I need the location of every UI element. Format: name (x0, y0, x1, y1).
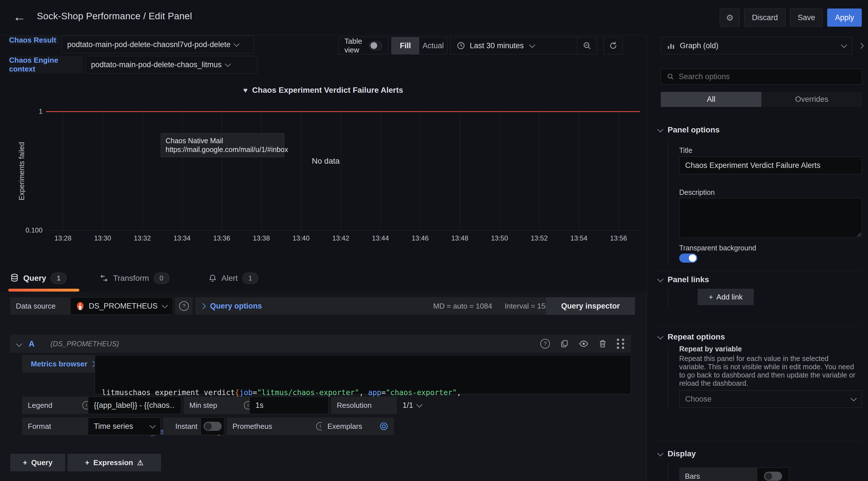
tab-transform-label: Transform (113, 274, 149, 283)
x-tick-label: 13:38 (242, 234, 281, 242)
save-button[interactable]: Save (790, 8, 823, 27)
drag-handle-icon[interactable] (617, 339, 624, 349)
eye-icon[interactable] (579, 339, 588, 348)
tab-transform[interactable]: Transform 0 (99, 273, 185, 284)
tab-alert[interactable]: Alert 1 (208, 273, 271, 284)
repeat-options-heading: Repeat options (668, 332, 725, 341)
legend-format-input[interactable] (88, 396, 181, 414)
resolution-select[interactable]: 1/1 (397, 396, 434, 414)
panel-header[interactable]: ♥ Chaos Experiment Verdict Failure Alert… (0, 86, 646, 95)
copy-icon[interactable] (560, 339, 569, 348)
x-gridline (341, 112, 341, 230)
transparent-background-toggle[interactable] (679, 253, 698, 263)
resize-grip-icon[interactable] (857, 232, 861, 237)
query-type-label: Prometheus (232, 422, 272, 431)
prometheus-icon (76, 302, 84, 310)
options-search-input[interactable] (679, 70, 856, 83)
promql-expression-input[interactable]: litmuschaos_experiment_verdict{job="litm… (95, 355, 631, 394)
time-controls: Last 30 minutes (450, 37, 597, 55)
variable-value-chaos-engine-context[interactable]: podtato-main-pod-delete-chaos_litmus (85, 56, 257, 73)
help-circle-icon[interactable]: ? (540, 339, 550, 349)
panel-settings-button[interactable]: ⚙ (720, 8, 740, 27)
data-source-value: DS_PROMETHEUS (89, 302, 158, 310)
gear-icon: ⚙ (726, 13, 734, 23)
variable-value-chaos-result[interactable]: podtato-main-pod-delete-chaosnl7vd-pod-d… (61, 36, 254, 53)
chevron-down-icon (416, 401, 422, 407)
y-axis-label: Experiments failed (18, 123, 26, 219)
display-header[interactable]: Display (658, 449, 696, 458)
tooltip-link[interactable]: https://mail.google.com/mail/u/1/#inbox (165, 145, 280, 154)
min-step-input-wrap (249, 396, 329, 414)
bars-toggle[interactable] (764, 472, 782, 481)
tab-all[interactable]: All (661, 92, 762, 107)
query-inspector-button[interactable]: Query inspector (546, 297, 635, 315)
trash-icon[interactable] (599, 339, 607, 348)
bars-toggle-box (757, 468, 789, 481)
title-label: Title (679, 146, 692, 155)
back-button[interactable]: ← (13, 9, 26, 24)
time-range-picker[interactable]: Last 30 minutes (451, 37, 577, 54)
query-options-toggle[interactable]: Query options (201, 302, 262, 310)
add-query-button[interactable]: + Query (10, 454, 65, 471)
metrics-browser-button[interactable]: Metrics browser (22, 355, 104, 373)
query-row-header[interactable]: A (DS_PROMETHEUS) ? (10, 335, 631, 353)
panel-title: Chaos Experiment Verdict Failure Alerts (252, 86, 403, 95)
table-view-label: Table view (344, 37, 369, 55)
exemplars-eye-icon[interactable] (379, 422, 389, 431)
data-source-picker[interactable]: DS_PROMETHEUS (70, 297, 173, 315)
min-step-field-label: Min step i (184, 396, 258, 414)
data-source-help-button[interactable]: ? (175, 297, 193, 315)
min-step-input[interactable] (249, 396, 329, 414)
zoom-out-button[interactable] (577, 37, 597, 54)
promql-token-string: "chaos-exporter" (386, 388, 457, 397)
description-label: Description (679, 188, 715, 197)
metrics-browser-label: Metrics browser (31, 360, 87, 368)
resolution-value: 1/1 (403, 401, 413, 410)
graph-plot-area[interactable] (46, 112, 640, 231)
data-link-tooltip: Chaos Native Mail https://mail.google.co… (161, 133, 284, 157)
add-expression-button[interactable]: + Expression ⚠ (67, 454, 161, 471)
section-guideline (668, 462, 669, 481)
x-gridline (222, 112, 222, 230)
table-view-control: Table view (338, 37, 389, 55)
query-ref-id: A (29, 339, 35, 349)
format-select[interactable]: Time series (88, 418, 161, 435)
interval-summary: Interval = 15s (504, 302, 549, 310)
collapse-pane-button[interactable] (855, 37, 866, 55)
promql-token-op: , (457, 388, 461, 397)
repeat-options-header[interactable]: Repeat options (658, 332, 725, 341)
refresh-button[interactable] (603, 37, 623, 55)
transparent-background-label: Transparent background (679, 244, 756, 252)
fill-option[interactable]: Fill (392, 37, 419, 54)
query-row-actions: ? (540, 339, 624, 349)
table-view-toggle[interactable] (369, 41, 382, 50)
panel-description-textarea[interactable] (679, 198, 862, 238)
topbar-actions: ⚙ Discard Save Apply (720, 8, 862, 27)
x-gridline (579, 112, 579, 230)
instant-toggle[interactable] (204, 422, 222, 431)
tab-overrides[interactable]: Overrides (762, 92, 862, 107)
threshold-line-series (46, 111, 640, 112)
repeat-variable-select[interactable]: Choose (679, 390, 862, 408)
panel-title-input[interactable] (679, 156, 862, 174)
discard-button[interactable]: Discard (744, 8, 785, 27)
apply-button[interactable]: Apply (827, 8, 862, 27)
add-link-button[interactable]: + Add link (698, 289, 754, 305)
promql-token-op: = (253, 388, 257, 397)
tab-query[interactable]: Query 1 (10, 273, 80, 284)
promql-token-op: , (359, 388, 368, 397)
format-field-label: Format (22, 418, 97, 435)
exemplars-label: Exemplars (328, 422, 362, 431)
actual-option[interactable]: Actual (419, 37, 447, 54)
fill-actual-segmented: Fill Actual (391, 37, 447, 55)
x-tick-label: 13:56 (599, 234, 639, 242)
options-filter-tabs: All Overrides (661, 92, 862, 107)
panel-links-header[interactable]: Panel links (658, 275, 709, 284)
visualization-picker[interactable]: Graph (old) (661, 37, 852, 55)
panel-options-pane: Graph (old) All Overrides Panel options … (647, 35, 868, 481)
panel-options-header[interactable]: Panel options (658, 125, 720, 134)
repeat-variable-placeholder: Choose (685, 395, 712, 403)
display-heading: Display (668, 449, 696, 458)
x-gridline (420, 112, 421, 230)
promql-token-metric: litmuschaos_experiment_verdict (102, 388, 235, 397)
